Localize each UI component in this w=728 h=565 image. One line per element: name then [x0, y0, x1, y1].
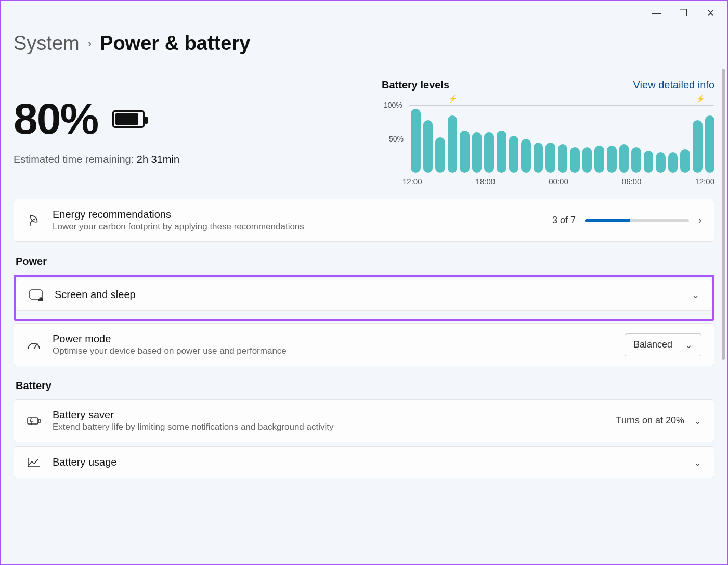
chart-bar: [411, 109, 421, 173]
chart-bar: [558, 144, 568, 173]
chart-bar: [545, 143, 555, 173]
x-tick: 06:00: [622, 177, 642, 186]
x-tick: 12:00: [695, 177, 714, 186]
chevron-down-icon: ⌄: [685, 339, 693, 351]
chart-bar: [680, 149, 690, 173]
chart-bar: [570, 147, 580, 173]
power-mode-sub: Optimise your device based on power use …: [53, 346, 613, 356]
screen-and-sleep-row[interactable]: Screen and sleep ⌄: [16, 279, 712, 311]
chart-bar: [484, 132, 494, 173]
speedometer-icon: [27, 340, 41, 350]
battery-saver-row[interactable]: Battery saver Extend battery life by lim…: [14, 399, 714, 442]
chart-bar: [521, 139, 531, 173]
chart-bar: [582, 147, 592, 173]
chart-bar: [693, 120, 703, 173]
energy-progress: [585, 219, 689, 222]
charging-icon: ⚡: [448, 95, 457, 103]
highlight-box: Screen and sleep ⌄: [14, 275, 714, 321]
y-tick-100: 100%: [384, 101, 402, 109]
maximize-button[interactable]: ❐: [677, 7, 690, 19]
chart-bar: [607, 146, 617, 173]
chart-bar: [472, 132, 482, 173]
close-button[interactable]: ✕: [704, 7, 717, 19]
energy-sub: Lower your carbon footprint by applying …: [53, 222, 541, 232]
chart-bar: [534, 143, 543, 173]
battery-usage-title: Battery usage: [53, 456, 682, 468]
breadcrumb: System › Power & battery: [14, 32, 250, 55]
section-battery: Battery: [16, 380, 714, 392]
charging-icon: ⚡: [696, 95, 705, 103]
power-mode-title: Power mode: [53, 333, 613, 345]
battery-saver-value: Turns on at 20%: [616, 415, 684, 426]
battery-chart: Battery levels View detailed info 100% 5…: [382, 79, 714, 198]
chart-bar: [448, 115, 458, 173]
chart-bar: [435, 137, 445, 173]
chevron-right-icon: ›: [88, 37, 92, 50]
chart-bar: [644, 151, 654, 173]
power-mode-select[interactable]: Balanced ⌄: [625, 333, 701, 356]
x-tick: 18:00: [476, 177, 496, 186]
y-tick-50: 50%: [389, 135, 404, 143]
breadcrumb-parent[interactable]: System: [14, 32, 80, 55]
chart-bar: [423, 120, 433, 173]
chart-bar: [594, 146, 604, 173]
page-title: Power & battery: [100, 32, 250, 55]
leaf-icon: [27, 214, 41, 227]
chevron-down-icon: ⌄: [694, 457, 701, 468]
battery-percent: 80%: [14, 94, 98, 144]
energy-title: Energy recommendations: [53, 209, 541, 221]
power-mode-row[interactable]: Power mode Optimise your device based on…: [14, 323, 714, 366]
chart-line-icon: [27, 457, 41, 468]
svg-rect-2: [38, 419, 40, 422]
window-controls: — ❐ ✕: [640, 1, 727, 25]
energy-count: 3 of 7: [552, 215, 576, 226]
energy-recommendations-row[interactable]: Energy recommendations Lower your carbon…: [14, 199, 714, 242]
chart-bar: [509, 136, 519, 173]
power-mode-value: Balanced: [633, 339, 672, 350]
chart-bar: [656, 152, 666, 173]
battery-saver-sub: Extend battery life by limiting some not…: [53, 422, 605, 432]
section-power: Power: [16, 255, 714, 267]
chevron-down-icon: ⌄: [692, 289, 699, 301]
scrollbar[interactable]: [722, 69, 725, 561]
screen-sleep-icon: [29, 289, 43, 301]
chart-bar: [705, 115, 715, 173]
view-detailed-link[interactable]: View detailed info: [633, 79, 714, 91]
chart-bar: [668, 152, 678, 173]
x-tick: 00:00: [549, 177, 568, 186]
chart-bar: [497, 131, 506, 173]
battery-status: 80% Estimated time remaining: 2h 31min: [14, 79, 179, 198]
chart-bar: [619, 144, 629, 173]
chart-bar: [631, 147, 641, 173]
x-tick: 12:00: [402, 177, 422, 186]
screen-sleep-title: Screen and sleep: [55, 289, 680, 301]
svg-rect-1: [28, 418, 38, 424]
chevron-right-icon: ›: [698, 215, 701, 226]
minimize-button[interactable]: —: [650, 7, 662, 19]
chart-bar: [460, 131, 470, 173]
estimate-label: Estimated time remaining:: [14, 153, 134, 165]
battery-icon: [112, 110, 145, 128]
estimate-value: 2h 31min: [137, 153, 179, 165]
battery-saver-icon: [27, 416, 41, 426]
battery-saver-title: Battery saver: [53, 409, 605, 421]
battery-usage-row[interactable]: Battery usage ⌄: [14, 446, 714, 478]
chevron-down-icon: ⌄: [694, 415, 701, 427]
chart-title: Battery levels: [382, 79, 449, 91]
